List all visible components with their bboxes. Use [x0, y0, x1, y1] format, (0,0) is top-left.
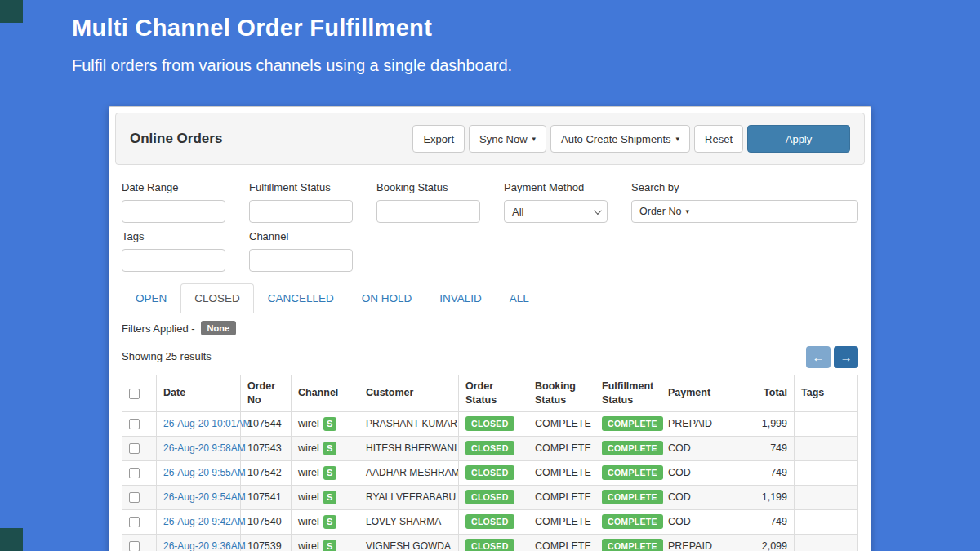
booking-status-cell: COMPLETE — [528, 460, 595, 485]
customer-cell: AADHAR MESHRAM — [359, 460, 459, 485]
tab-cancelled[interactable]: CANCELLED — [254, 283, 348, 313]
order-no-cell: 107541 — [241, 485, 292, 509]
payment-method-select[interactable]: All — [504, 200, 608, 223]
order-no-cell: 107542 — [241, 460, 292, 485]
date-column-header: Date — [157, 375, 241, 412]
booking-status-input[interactable] — [376, 200, 480, 223]
row-checkbox[interactable] — [129, 517, 140, 527]
total-column-header: Total — [728, 375, 795, 412]
corner-mark-top-left — [0, 0, 23, 23]
results-row: Showing 25 results ← → — [122, 346, 858, 368]
next-page-button[interactable]: → — [834, 346, 858, 368]
fulfillment-status-cell: COMPLETE — [595, 411, 662, 436]
row-checkbox[interactable] — [129, 419, 140, 429]
caret-down-icon: ▾ — [532, 136, 537, 143]
order-status-badge: CLOSED — [466, 441, 514, 455]
total-cell: 749 — [728, 460, 795, 485]
order-date-cell: 26-Aug-20 9:58AM — [157, 436, 241, 460]
table-row: 26-Aug-20 9:36AM 107539 wirelS VIGNESH G… — [122, 534, 858, 551]
fulfillment-status-label: Fulfillment Status — [249, 181, 353, 193]
row-checkbox-cell — [122, 436, 157, 460]
row-checkbox[interactable] — [129, 443, 140, 454]
channel-cell: wirelS — [292, 436, 359, 460]
fulfillment-status-badge: COMPLETE — [602, 514, 663, 529]
table-row: 26-Aug-20 9:54AM 107541 wirelS RYALI VEE… — [122, 485, 858, 509]
export-button[interactable]: Export — [412, 125, 465, 153]
total-cell: 2,099 — [728, 534, 795, 551]
booking-status-column-header: Booking Status — [528, 375, 595, 412]
row-checkbox[interactable] — [129, 468, 140, 478]
online-orders-panel: Online Orders Export Sync Now ▾ Auto Cre… — [109, 106, 871, 551]
date-range-label: Date Range — [122, 181, 225, 193]
row-checkbox-cell — [122, 411, 157, 436]
order-status-cell: CLOSED — [459, 436, 528, 460]
channel-input[interactable] — [249, 249, 353, 272]
fulfillment-status-input[interactable] — [249, 200, 353, 223]
tab-on-hold[interactable]: ON HOLD — [348, 283, 426, 313]
customer-cell: VIGNESH GOWDA — [359, 534, 459, 551]
order-date-link[interactable]: 26-Aug-20 9:36AM — [163, 540, 246, 551]
auto-create-shipments-button[interactable]: Auto Create Shipments ▾ — [550, 125, 690, 153]
customer-cell: PRASHANT KUMAR — [359, 411, 459, 436]
fulfillment-status-cell: COMPLETE — [595, 534, 662, 551]
fulfillment-status-badge: COMPLETE — [602, 416, 663, 431]
fulfillment-status-badge: COMPLETE — [602, 539, 663, 551]
order-status-cell: CLOSED — [459, 534, 528, 551]
order-date-link[interactable]: 26-Aug-20 9:55AM — [163, 467, 246, 478]
tags-label: Tags — [122, 230, 225, 242]
caret-down-icon: ▾ — [676, 136, 680, 143]
date-range-input[interactable] — [122, 200, 225, 223]
apply-button[interactable]: Apply — [747, 125, 850, 153]
row-checkbox-cell — [122, 485, 157, 509]
search-input[interactable] — [697, 200, 858, 223]
pagination: ← → — [806, 346, 858, 368]
booking-status-filter: Booking Status — [376, 181, 480, 223]
channel-name: wirel — [298, 540, 319, 551]
channel-s-badge: S — [323, 540, 336, 551]
channel-cell: wirelS — [292, 411, 359, 436]
tab-open[interactable]: OPEN — [122, 283, 180, 313]
order-no-cell: 107540 — [241, 509, 292, 534]
row-checkbox[interactable] — [129, 492, 140, 503]
channel-s-badge: S — [323, 515, 336, 529]
filters-row-2: Tags Channel — [122, 230, 858, 272]
payment-cell: PREPAID — [662, 411, 728, 436]
booking-status-cell: COMPLETE — [528, 485, 595, 509]
channel-label: Channel — [249, 230, 353, 242]
order-status-badge: CLOSED — [466, 490, 514, 504]
payment-cell: COD — [662, 509, 728, 534]
payment-method-value: All — [512, 206, 523, 218]
order-date-link[interactable]: 26-Aug-20 9:58AM — [163, 442, 246, 454]
tags-cell — [795, 460, 858, 485]
tab-invalid[interactable]: INVALID — [425, 283, 496, 313]
booking-status-cell: COMPLETE — [528, 509, 595, 534]
tags-column-header: Tags — [795, 375, 858, 412]
order-date-link[interactable]: 26-Aug-20 9:54AM — [163, 491, 246, 503]
tags-cell — [795, 436, 858, 460]
total-cell: 749 — [728, 436, 795, 460]
select-all-checkbox[interactable] — [129, 389, 140, 399]
fulfillment-status-cell: COMPLETE — [595, 436, 662, 460]
tags-cell — [795, 534, 858, 551]
order-date-cell: 26-Aug-20 10:01AM — [157, 411, 241, 436]
previous-page-button[interactable]: ← — [806, 346, 831, 368]
tags-input[interactable] — [122, 249, 225, 272]
booking-status-cell: COMPLETE — [528, 534, 595, 551]
order-date-cell: 26-Aug-20 9:55AM — [157, 460, 241, 485]
order-no-cell: 107544 — [241, 411, 292, 436]
order-date-link[interactable]: 26-Aug-20 9:42AM — [163, 516, 246, 527]
orders-table-body: 26-Aug-20 10:01AM 107544 wirelS PRASHANT… — [122, 411, 858, 551]
order-status-badge: CLOSED — [466, 465, 514, 480]
reset-button[interactable]: Reset — [694, 125, 743, 153]
tags-cell — [795, 411, 858, 436]
tab-all[interactable]: ALL — [496, 283, 543, 313]
auto-create-shipments-label: Auto Create Shipments — [561, 133, 670, 145]
arrow-right-icon: → — [840, 350, 853, 364]
sync-now-button[interactable]: Sync Now ▾ — [469, 125, 546, 153]
corner-mark-bottom-left — [0, 528, 23, 551]
page-title: Multi Channel Order Fulfillment — [72, 15, 432, 42]
tab-closed[interactable]: CLOSED — [180, 283, 254, 313]
row-checkbox[interactable] — [129, 541, 140, 551]
order-date-link[interactable]: 26-Aug-20 10:01AM — [163, 418, 251, 429]
search-by-dropdown-button[interactable]: Order No ▾ — [631, 200, 697, 223]
